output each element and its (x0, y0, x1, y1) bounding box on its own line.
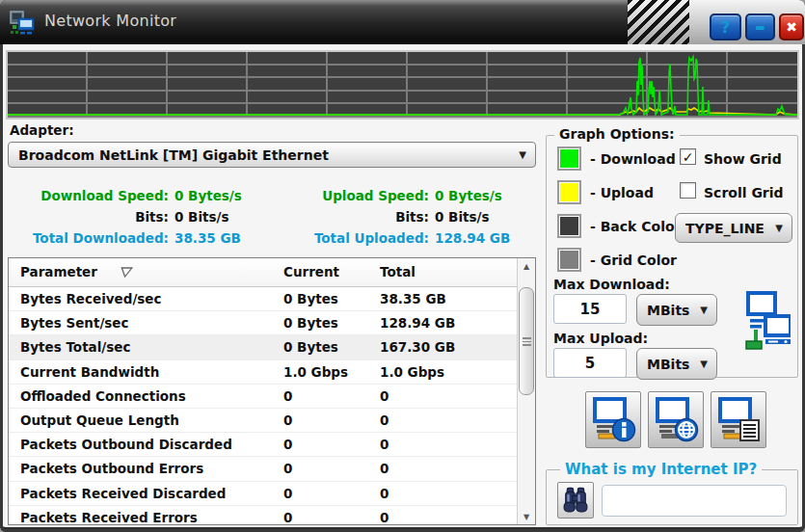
table-row-selected[interactable]: Bytes Total/sec 0 Bytes 167.30 GB (9, 335, 535, 359)
total-uploaded-row: Total Uploaded: 128.94 GB (275, 227, 510, 249)
download-speed-label: Download Speed: (10, 188, 169, 203)
internet-ip-legend: What is my Internet IP? (560, 461, 762, 478)
chevron-down-icon: ▼ (775, 223, 783, 233)
column-header-parameter[interactable]: Parameter (20, 264, 133, 279)
graph-type-dropdown[interactable]: TYPE_LINE ▼ (675, 213, 792, 243)
adapter-dropdown[interactable]: Broadcom NetLink [TM] Gigabit Ethernet ▼ (8, 142, 536, 168)
close-icon: ✖ (786, 19, 797, 35)
upload-speed-label: Upload Speed: (284, 188, 429, 203)
table-row[interactable]: Bytes Received/sec 0 Bytes 38.35 GB (9, 287, 535, 311)
max-upload-unit-dropdown[interactable]: MBits ▼ (636, 348, 717, 380)
table-row[interactable]: Packets Received Errors 0 0 (9, 506, 535, 525)
binoculars-icon (561, 486, 590, 515)
download-swatch-label: - Download (590, 151, 676, 167)
grid-color-swatch-label: - Grid Color (590, 253, 677, 268)
upload-color-swatch[interactable] (557, 180, 581, 204)
download-bits-row: Bits: 0 Bits/s (10, 206, 228, 227)
column-header-total[interactable]: Total (380, 264, 416, 279)
table-header-row: Parameter Current Total (9, 258, 535, 287)
internet-tools-button[interactable] (648, 391, 704, 448)
log-report-button[interactable] (711, 391, 766, 448)
total-downloaded-label: Total Downloaded: (0, 230, 169, 246)
max-upload-label: Max Upload: (553, 331, 648, 346)
computer-document-icon (715, 397, 762, 443)
upload-series-line (8, 108, 797, 115)
scrollbar-grip-icon (523, 337, 531, 346)
scrollbar-thumb[interactable] (519, 287, 534, 395)
upload-bits-value: 0 Bits/s (435, 209, 489, 225)
chevron-down-icon: ▼ (700, 305, 708, 315)
total-uploaded-value: 128.94 GB (435, 230, 510, 246)
max-upload-input[interactable] (553, 348, 627, 378)
table-row[interactable]: Current Bandwidth 1.0 Gbps 1.0 Gbps (9, 360, 535, 385)
internet-ip-input[interactable] (602, 485, 787, 517)
network-connection-icon (723, 291, 791, 357)
upload-speed-row: Upload Speed: 0 Bytes/s (284, 185, 502, 206)
max-download-unit-dropdown[interactable]: MBits ▼ (636, 294, 717, 326)
max-download-label: Max Download: (553, 277, 670, 292)
graph-options-legend: Graph Options: (554, 126, 680, 142)
close-button[interactable]: ✖ (779, 13, 804, 40)
download-bits-value: 0 Bits/s (174, 209, 228, 225)
check-mark-icon: ✓ (683, 150, 694, 164)
help-button[interactable]: ? (710, 13, 741, 40)
sort-icon (121, 267, 133, 278)
column-header-current[interactable]: Current (283, 264, 339, 279)
adapter-dropdown-value: Broadcom NetLink [TM] Gigabit Ethernet (18, 147, 329, 163)
chevron-down-icon: ▼ (519, 149, 526, 160)
max-upload-unit-value: MBits (647, 357, 689, 372)
table-row[interactable]: Offloaded Connections 0 0 (9, 385, 535, 409)
table-row[interactable]: Bytes Sent/sec 0 Bytes 128.94 GB (9, 311, 535, 335)
scroll-grid-label: Scroll Grid (704, 185, 784, 200)
download-bits-label: Bits: (10, 209, 169, 225)
total-downloaded-value: 38.35 GB (174, 230, 241, 246)
computer-info-icon (590, 397, 636, 443)
traffic-graph (6, 50, 799, 120)
show-grid-label: Show Grid (704, 151, 782, 167)
table-row[interactable]: Packets Outbound Errors 0 0 (9, 457, 535, 481)
window-title: Network Monitor (44, 12, 176, 30)
download-color-swatch[interactable] (557, 146, 581, 171)
back-color-swatch-label: - Back Color (590, 219, 682, 234)
chevron-down-icon: ▼ (700, 359, 708, 369)
computer-globe-icon (653, 397, 699, 443)
table-scrollbar[interactable]: ▲ ▼ (517, 258, 535, 524)
download-speed-value: 0 Bytes/s (174, 188, 242, 203)
scroll-grid-checkbox[interactable] (680, 182, 696, 199)
total-downloaded-row: Total Downloaded: 38.35 GB (0, 227, 241, 249)
upload-bits-row: Bits: 0 Bits/s (284, 206, 489, 227)
download-series-line (8, 57, 797, 115)
network-computers-icon (10, 9, 37, 36)
upload-swatch-label: - Upload (590, 185, 654, 200)
adapter-label: Adapter: (10, 122, 74, 138)
upload-bits-label: Bits: (284, 209, 429, 225)
scroll-up-icon[interactable]: ▲ (518, 258, 535, 274)
grid-color-swatch[interactable] (557, 248, 581, 272)
max-download-input[interactable] (553, 294, 627, 324)
table-row[interactable]: Packets Received Discarded 0 0 (9, 482, 535, 506)
max-download-unit-value: MBits (647, 303, 689, 318)
minimize-button[interactable]: ▬ (745, 13, 775, 40)
scroll-down-icon[interactable]: ▼ (518, 509, 535, 524)
parameters-table: Parameter Current Total Bytes Received/s… (8, 257, 536, 525)
lookup-ip-button[interactable] (557, 482, 594, 519)
help-icon: ? (721, 18, 730, 37)
back-color-swatch[interactable] (557, 214, 581, 238)
system-info-button[interactable] (585, 391, 641, 448)
graph-type-value: TYPE_LINE (685, 221, 765, 236)
download-speed-row: Download Speed: 0 Bytes/s (10, 185, 242, 206)
upload-speed-value: 0 Bytes/s (435, 188, 502, 203)
show-grid-checkbox[interactable]: ✓ (680, 148, 696, 165)
table-row[interactable]: Packets Outbound Discarded 0 0 (9, 433, 535, 457)
total-uploaded-label: Total Uploaded: (275, 230, 429, 246)
table-row[interactable]: Output Queue Length 0 0 (9, 409, 535, 433)
network-monitor-window: Network Monitor ? ▬ ✖ Adapter: Broadcom … (0, 0, 805, 532)
title-bar[interactable]: Network Monitor ? ▬ ✖ (0, 0, 805, 44)
titlebar-stripes-decoration (628, 0, 691, 44)
traffic-graph-plot (8, 52, 797, 118)
minimize-icon: ▬ (755, 21, 765, 34)
